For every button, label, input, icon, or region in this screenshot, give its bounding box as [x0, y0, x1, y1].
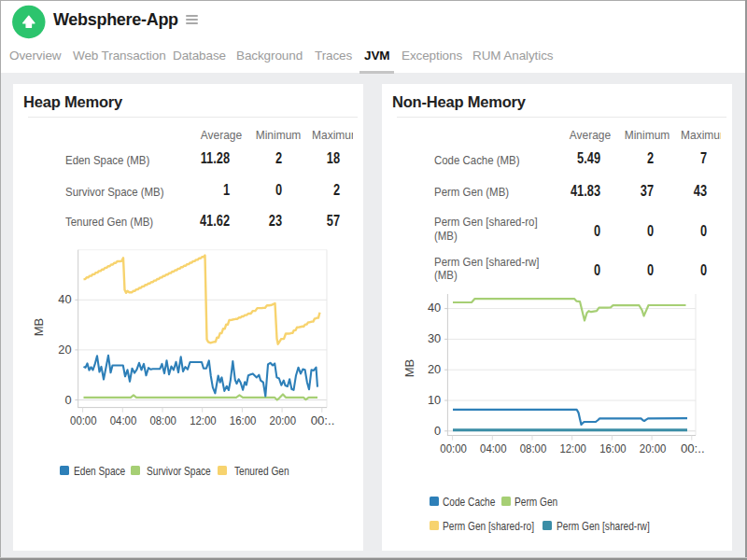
svg-text:00:..: 00:..: [681, 441, 705, 455]
svg-text:00:..: 00:..: [311, 413, 335, 427]
svg-text:0: 0: [64, 393, 71, 407]
svg-text:40: 40: [428, 301, 441, 315]
svg-text:20:00: 20:00: [640, 441, 667, 455]
svg-text:16:00: 16:00: [599, 441, 627, 455]
svg-text:MB: MB: [402, 359, 416, 378]
svg-text:30: 30: [428, 331, 441, 345]
svg-text:00:00: 00:00: [440, 441, 467, 455]
svg-text:12:00: 12:00: [190, 413, 217, 427]
svg-text:20: 20: [428, 362, 441, 376]
svg-text:08:00: 08:00: [520, 441, 547, 455]
svg-text:20: 20: [58, 343, 71, 357]
svg-text:10: 10: [428, 393, 441, 407]
svg-text:12:00: 12:00: [559, 441, 586, 455]
svg-text:0: 0: [434, 424, 441, 438]
svg-text:04:00: 04:00: [110, 413, 137, 427]
svg-text:16:00: 16:00: [230, 413, 257, 427]
svg-text:40: 40: [58, 292, 71, 306]
svg-text:00:00: 00:00: [70, 413, 97, 427]
svg-text:08:00: 08:00: [149, 413, 176, 427]
svg-text:04:00: 04:00: [480, 441, 507, 455]
svg-text:20:00: 20:00: [270, 413, 297, 427]
svg-text:MB: MB: [32, 318, 46, 337]
